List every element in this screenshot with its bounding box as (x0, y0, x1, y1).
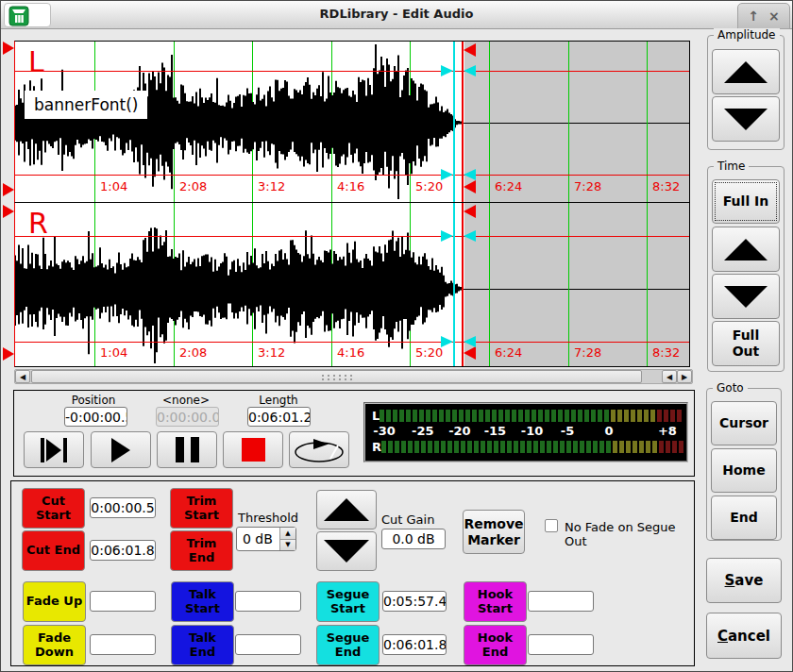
time-zoom-out-button[interactable] (712, 274, 780, 319)
scrollbar-thumb[interactable] (31, 370, 642, 383)
fade-up-field[interactable] (90, 591, 156, 612)
time-label: 1:04 (100, 345, 127, 360)
amplitude-down-button[interactable] (712, 96, 780, 142)
spin-up-icon[interactable]: ▲ (280, 528, 295, 540)
gain-down-button[interactable] (316, 531, 377, 571)
cut-end-marker-icon[interactable] (464, 180, 476, 193)
meter-segment (481, 441, 485, 453)
segue-end-marker-icon[interactable] (464, 336, 476, 347)
fade-down-button[interactable]: Fade Down (23, 625, 86, 665)
meter-segment (606, 441, 611, 453)
waveform-panel-right[interactable]: 1:042:083:124:165:206:247:288:32R (14, 202, 690, 367)
spin-down-icon[interactable]: ▼ (280, 540, 295, 551)
scrollbar-grip-icon (320, 374, 352, 381)
remove-marker-button[interactable]: Remove Marker (463, 510, 525, 554)
cut-gain-field[interactable] (381, 529, 446, 549)
cut-start-marker-icon[interactable] (3, 347, 14, 361)
trim-end-button[interactable]: Trim End (170, 530, 233, 571)
goto-home-button[interactable]: Home (711, 448, 777, 493)
cut-end-button[interactable]: Cut End (22, 530, 85, 571)
cut-start-marker-icon[interactable] (3, 42, 14, 55)
waveform-scrollbar[interactable]: ◀ ◀ ▶ (14, 369, 693, 384)
pause-button[interactable] (157, 431, 217, 468)
segue-end-marker-icon[interactable] (464, 65, 476, 76)
meter-segment (631, 410, 635, 422)
talk-end-field[interactable] (235, 634, 301, 655)
fade-down-field[interactable] (90, 634, 156, 655)
time-label: 7:28 (574, 345, 601, 360)
length-label: Length (236, 394, 321, 407)
scroll-right-button[interactable]: ▶ (677, 370, 692, 383)
play-from-start-button[interactable] (24, 431, 84, 468)
hook-start-field[interactable] (528, 591, 594, 612)
goto-cursor-button[interactable]: Cursor (711, 401, 777, 445)
segue-start-button[interactable]: Segue Start (316, 581, 380, 622)
position-field[interactable] (64, 407, 127, 427)
meter-segment (395, 441, 399, 453)
loop-button[interactable] (289, 431, 349, 468)
segue-end-button[interactable]: Segue End (316, 625, 380, 665)
close-button[interactable]: × (768, 9, 780, 23)
fade-up-button[interactable]: Fade Up (23, 581, 86, 622)
meter-segment (414, 441, 419, 453)
cut-end-marker-icon[interactable] (464, 346, 476, 360)
up-triangle-icon (724, 61, 768, 83)
talk-start-button[interactable]: Talk Start (171, 581, 234, 622)
cut-end-marker-icon[interactable] (464, 43, 476, 57)
hook-end-button[interactable]: Hook End (464, 625, 527, 665)
hook-end-field[interactable] (528, 634, 594, 655)
no-fade-checkbox[interactable] (545, 519, 558, 532)
segue-start-marker-icon[interactable] (441, 169, 453, 180)
threshold-spinbox[interactable]: 0 dB ▲ ▼ (236, 527, 296, 551)
play-button[interactable] (91, 431, 151, 468)
cut-start-marker-icon[interactable] (3, 205, 14, 218)
meter-segment (428, 441, 432, 453)
time-full-out-button[interactable]: Full Out (712, 321, 780, 366)
segue-end-field[interactable] (382, 634, 447, 655)
length-field[interactable] (247, 407, 311, 427)
talk-end-button[interactable]: Talk End (171, 625, 234, 665)
cut-start-button[interactable]: Cut Start (22, 488, 85, 529)
amplitude-group: Amplitude (707, 35, 785, 150)
meter-segment (672, 441, 677, 453)
cut-end-field[interactable] (90, 540, 156, 561)
shade-button[interactable]: ↑ (748, 9, 759, 23)
meter-scale-label: 0 (604, 424, 613, 438)
cut-start-marker-icon[interactable] (3, 183, 14, 196)
time-full-in-button[interactable]: Full In (712, 179, 780, 224)
titlebar[interactable]: RDLibrary - Edit Audio ↑ × (1, 1, 792, 29)
goto-end-button[interactable]: End (711, 496, 777, 540)
play-icon (111, 438, 130, 462)
scrollbar-track[interactable] (31, 370, 661, 383)
cancel-button[interactable]: Cancel (706, 613, 782, 659)
segue-end-marker-icon[interactable] (464, 169, 476, 180)
waveform-panel-left[interactable]: 1:042:083:124:165:206:247:288:32LbannerF… (14, 41, 690, 202)
meter-segment (538, 410, 543, 422)
cut-start-field[interactable] (90, 497, 156, 518)
segue-start-field[interactable] (382, 591, 447, 612)
hook-start-button[interactable]: Hook Start (464, 581, 527, 622)
scroll-left-button-2[interactable]: ◀ (662, 370, 677, 383)
segue-end-marker-icon[interactable] (464, 230, 476, 242)
segue-start-line[interactable] (453, 203, 455, 366)
meter-segment (459, 410, 464, 422)
time-label: 2:08 (179, 179, 207, 193)
trim-start-button[interactable]: Trim Start (170, 488, 233, 529)
meter-right-label: R (372, 441, 381, 453)
time-zoom-in-button[interactable] (712, 227, 780, 272)
segue-start-marker-icon[interactable] (441, 65, 453, 76)
gain-up-button[interactable] (316, 490, 377, 529)
amplitude-up-button[interactable] (712, 49, 780, 94)
up-triangle-icon (724, 239, 768, 260)
talk-start-field[interactable] (235, 591, 301, 612)
stop-button[interactable] (223, 431, 283, 468)
save-button[interactable]: Save (706, 558, 782, 603)
meter-segment (514, 441, 518, 453)
segue-start-marker-icon[interactable] (441, 336, 453, 347)
scroll-left-button[interactable]: ◀ (15, 370, 30, 383)
position-label: Position (51, 394, 136, 407)
cut-end-marker-icon[interactable] (464, 205, 476, 218)
segue-start-marker-icon[interactable] (441, 230, 453, 242)
segue-start-line[interactable] (453, 42, 455, 202)
amplitude-line (15, 175, 689, 176)
